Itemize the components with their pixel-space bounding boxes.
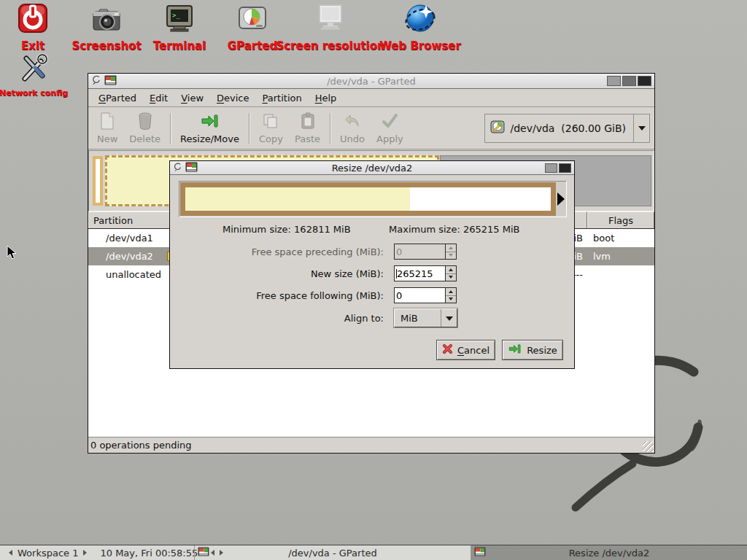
- resize-slider[interactable]: [179, 181, 567, 217]
- gparted-app-icon: [185, 161, 198, 175]
- apply-button[interactable]: Apply: [371, 109, 409, 147]
- paste-icon: [300, 112, 316, 132]
- desktop-icon-screenshot[interactable]: Screenshot: [70, 2, 143, 52]
- status-text: 0 operations pending: [90, 440, 192, 451]
- taskbar-task-resize-dialog[interactable]: Resize /dev/vda2: [471, 545, 747, 560]
- close-button[interactable]: [638, 76, 651, 86]
- workspace-prev-arrow[interactable]: [6, 550, 12, 556]
- power-icon: [17, 2, 49, 37]
- clock: 10 May, Fri 00:58:55: [100, 548, 198, 559]
- resize-right-handle[interactable]: [556, 182, 566, 217]
- new-size-label: New size (MiB):: [170, 268, 384, 279]
- cancel-x-icon: [442, 343, 453, 357]
- align-to-dropdown[interactable]: MiB: [394, 308, 457, 327]
- toolbar-separator: [330, 113, 330, 144]
- desktop-icon-label: Network config: [0, 88, 68, 98]
- new-document-icon: [99, 112, 115, 132]
- desktop-icon-web-browser[interactable]: Web Browser: [376, 2, 464, 52]
- copy-button[interactable]: Copy: [253, 109, 289, 147]
- undo-button[interactable]: Undo: [334, 109, 371, 147]
- workspace-label: Workspace 1: [18, 548, 78, 559]
- desktop-icon-exit[interactable]: Exit: [7, 2, 59, 52]
- device-dropdown-arrow[interactable]: [633, 114, 649, 142]
- desktop-icon-label: GParted: [228, 39, 278, 52]
- svg-text:>_: >_: [172, 12, 180, 19]
- delete-button[interactable]: Delete: [123, 109, 166, 147]
- desktop-icon-label: Screenshot: [71, 39, 141, 52]
- window-menu-swirl-icon[interactable]: [91, 74, 101, 88]
- spin-down-button[interactable]: [446, 252, 456, 260]
- spin-up-button[interactable]: [446, 288, 456, 296]
- free-space-following-spinbox[interactable]: 0: [394, 287, 457, 303]
- dialog-titlebar[interactable]: Resize /dev/vda2: [170, 161, 574, 175]
- new-button[interactable]: New: [91, 109, 123, 147]
- iconify-button[interactable]: [607, 76, 621, 86]
- spin-down-button[interactable]: [446, 274, 456, 281]
- dropdown-arrow-icon: [441, 312, 457, 324]
- workspace-next-arrow[interactable]: [83, 550, 90, 556]
- resize-slider-frame: [180, 182, 556, 216]
- free-space-following-label: Free space following (MiB):: [170, 290, 384, 301]
- workspace-switcher: Workspace 1 10 May, Fri 00:58:55: [0, 545, 194, 560]
- window-menu-swirl-icon[interactable]: [173, 161, 182, 175]
- apply-check-icon: [381, 112, 398, 132]
- gparted-disk-icon: [236, 2, 268, 37]
- gparted-app-icon: [104, 74, 117, 88]
- undo-icon: [344, 112, 361, 132]
- iconify-button[interactable]: [545, 163, 557, 173]
- new-size-spinbox[interactable]: 265215: [394, 265, 457, 281]
- device-selector-value: /dev/vda (260.00 GiB): [510, 122, 626, 134]
- resize-grip[interactable]: [643, 441, 654, 452]
- taskbar-task-gparted[interactable]: /dev/vda - GParted: [194, 545, 471, 560]
- toolbar: New Delete Resize/Move Copy Paste Undo A…: [88, 107, 654, 149]
- column-header-partition[interactable]: Partition: [88, 211, 170, 228]
- camera-icon: [90, 2, 123, 37]
- taskbar: Workspace 1 10 May, Fri 00:58:55 /dev/vd…: [0, 545, 747, 560]
- menu-device[interactable]: Device: [210, 90, 255, 106]
- right-arrow-icon: [557, 192, 565, 206]
- desktop-icon-label: Terminal: [153, 39, 206, 52]
- desktop-icon-network-config[interactable]: Network config: [0, 51, 67, 98]
- free-space-preceding-spinbox[interactable]: 0: [394, 244, 457, 260]
- maximum-size-label: Maximum size: 265215 MiB: [389, 224, 519, 235]
- tools-icon: [18, 51, 50, 86]
- gparted-app-icon: [474, 547, 486, 559]
- spin-up-button[interactable]: [446, 244, 456, 252]
- trash-icon: [138, 112, 152, 132]
- resize-move-button[interactable]: Resize/Move: [174, 109, 245, 147]
- window-title: /dev/vda - GParted: [88, 76, 654, 87]
- menu-view[interactable]: View: [174, 90, 210, 106]
- toolbar-separator: [249, 113, 249, 144]
- spin-up-button[interactable]: [446, 266, 456, 274]
- globe-icon: [403, 2, 437, 37]
- column-header-flags[interactable]: Flags: [587, 211, 654, 228]
- desktop-icon-screen-resolution[interactable]: Screen resolution: [279, 2, 382, 52]
- minimum-size-label: Minimum size: 162811 MiB: [222, 224, 351, 235]
- viz-partition-vda1[interactable]: [93, 156, 103, 206]
- close-button[interactable]: [559, 163, 571, 173]
- menu-edit[interactable]: Edit: [143, 90, 174, 106]
- maximize-button[interactable]: [622, 76, 636, 86]
- paste-button[interactable]: Paste: [289, 109, 326, 147]
- mouse-cursor: [7, 245, 18, 263]
- toolbar-separator: [170, 113, 171, 144]
- menu-help[interactable]: Help: [309, 90, 344, 106]
- align-to-label: Align to:: [170, 313, 384, 324]
- device-selector[interactable]: /dev/vda (260.00 GiB): [484, 114, 650, 143]
- menubar: GParted Edit View Device Partition Help: [88, 89, 654, 107]
- spin-down-button[interactable]: [446, 296, 456, 303]
- resize-arrow-icon: [201, 112, 220, 132]
- menu-gparted[interactable]: GParted: [92, 90, 143, 106]
- resize-arrow-icon: [508, 343, 522, 357]
- desktop-icon-label: Web Browser: [379, 39, 461, 52]
- dialog-title: Resize /dev/vda2: [170, 163, 574, 174]
- cancel-button[interactable]: Cancel: [436, 340, 495, 360]
- menu-partition[interactable]: Partition: [256, 90, 309, 106]
- desktop-icon-terminal[interactable]: >_ Terminal: [143, 2, 216, 52]
- task-label: Resize /dev/vda2: [471, 548, 747, 559]
- gparted-titlebar[interactable]: /dev/vda - GParted: [88, 74, 654, 89]
- gparted-app-icon: [198, 547, 209, 559]
- resize-confirm-button[interactable]: Resize: [502, 340, 563, 360]
- resize-bar-used: [185, 187, 410, 211]
- task-label: /dev/vda - GParted: [195, 548, 471, 559]
